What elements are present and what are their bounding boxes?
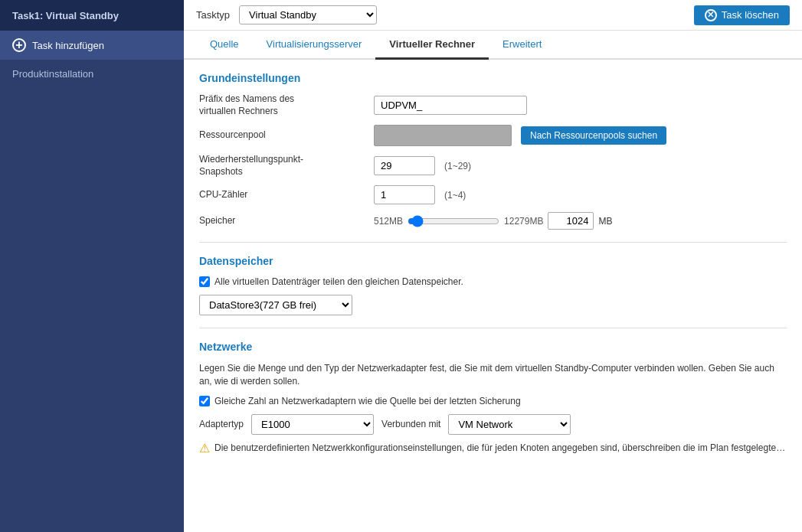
cpu-input[interactable]	[374, 185, 435, 204]
praefix-label: Präfix des Namens des virtuallen Rechner…	[199, 93, 368, 117]
main-content: Tasktyp Virtual Standby ✕ Task löschen Q…	[184, 0, 802, 532]
form-area: Grundeinstellungen Präfix des Namens des…	[184, 60, 802, 532]
tab-erweitert[interactable]: Erweitert	[489, 31, 555, 60]
ressourcenpool-label: Ressourcenpool	[199, 129, 368, 142]
sidebar-add-task[interactable]: + Task hinzufügen	[0, 31, 184, 60]
task-loeschen-label: Task löschen	[722, 9, 779, 21]
praefix-row: Präfix des Namens des virtuallen Rechner…	[199, 93, 787, 117]
speicher-label: Speicher	[199, 215, 368, 227]
search-btn-label: Nach Ressourcenpools suchen	[530, 130, 657, 141]
warning-text: Die benutzerdefinierten Netzwerkkonfigur…	[214, 442, 787, 453]
adapter-row: Adaptertyp E1000 Verbunden mit VM Networ…	[199, 414, 787, 435]
netzwerk-checkbox-row: Gleiche Zahl an Netzwerkadaptern wie die…	[199, 396, 787, 406]
tab-erweitert-label: Erweitert	[502, 38, 542, 50]
wiederherstellung-input[interactable]	[374, 156, 435, 175]
top-bar: Tasktyp Virtual Standby ✕ Task löschen	[184, 0, 802, 31]
network-desc: Legen Sie die Menge und den Typ der Netz…	[199, 362, 787, 388]
slider-container: 512MB 12279MB MB	[374, 212, 612, 230]
adaptertyp-select[interactable]: E1000	[251, 414, 374, 435]
datenspeicher-title: Datenspeicher	[199, 255, 787, 267]
adaptertyp-label: Adaptertyp	[199, 419, 244, 429]
plus-icon: +	[12, 38, 26, 52]
warning-icon: ⚠	[199, 442, 210, 455]
tab-quelle[interactable]: Quelle	[196, 31, 253, 60]
ressourcenpool-display	[374, 125, 512, 146]
cpu-row: CPU-Zähler (1~4)	[199, 185, 787, 204]
wiederherstellung-hint: (1~29)	[444, 161, 471, 171]
netzwerke-section: Netzwerke Legen Sie die Menge und den Ty…	[199, 341, 787, 455]
praefix-input[interactable]	[374, 96, 527, 115]
cpu-hint: (1~4)	[444, 190, 466, 201]
tasktyp-select[interactable]: Virtual Standby	[239, 5, 377, 24]
sidebar-product-install[interactable]: Produktinstallation	[0, 60, 184, 87]
product-install-label: Produktinstallation	[12, 68, 93, 80]
speicher-value-input[interactable]	[548, 212, 594, 230]
tab-quelle-label: Quelle	[210, 38, 239, 50]
speicher-unit: MB	[598, 216, 612, 227]
wiederherstellung-row: Wiederherstellungspunkt- Snapshots (1~29…	[199, 154, 787, 178]
speicher-min-label: 512MB	[374, 216, 403, 227]
netzwerk-checkbox[interactable]	[199, 396, 210, 406]
sidebar-title: Task1: Virtual Standby	[0, 0, 184, 31]
tab-virtueller-rechner-label: Virtueller Rechner	[389, 38, 475, 50]
x-circle-icon: ✕	[705, 9, 717, 21]
netzwerke-title: Netzwerke	[199, 341, 787, 353]
verbunden-mit-select[interactable]: VM Network	[448, 414, 571, 435]
datenspeicher-checkbox-label: Alle virtuellen Datenträger teilen den g…	[214, 276, 463, 287]
tab-virtualisierungsserver[interactable]: Virtualisierungsserver	[253, 31, 376, 60]
tabs: Quelle Virtualisierungsserver Virtueller…	[184, 31, 802, 60]
search-ressourcenpools-button[interactable]: Nach Ressourcenpools suchen	[521, 126, 666, 145]
speicher-max-label: 12279MB	[504, 216, 543, 227]
datenspeicher-checkbox-row: Alle virtuellen Datenträger teilen den g…	[199, 276, 787, 287]
grundeinstellungen-title: Grundeinstellungen	[199, 72, 787, 84]
speicher-slider[interactable]	[408, 215, 499, 227]
task-loeschen-button[interactable]: ✕ Task löschen	[694, 5, 790, 25]
speicher-row: Speicher 512MB 12279MB MB	[199, 212, 787, 230]
divider-2	[199, 328, 787, 328]
warning-row: ⚠ Die benutzerdefinierten Netzwerkkonfig…	[199, 442, 787, 455]
tab-virtualisierungsserver-label: Virtualisierungsserver	[267, 38, 362, 50]
netzwerk-checkbox-label: Gleiche Zahl an Netzwerkadaptern wie die…	[214, 396, 521, 406]
datastore-select[interactable]: DataStore3(727 GB frei)	[199, 295, 352, 315]
wiederherstellung-label: Wiederherstellungspunkt- Snapshots	[199, 154, 368, 178]
grundeinstellungen-section: Grundeinstellungen Präfix des Namens des…	[199, 72, 787, 230]
divider-1	[199, 242, 787, 243]
ressourcenpool-row: Ressourcenpool Nach Ressourcenpools such…	[199, 125, 787, 146]
tab-virtueller-rechner[interactable]: Virtueller Rechner	[375, 31, 489, 60]
datenspeicher-checkbox[interactable]	[199, 276, 210, 287]
sidebar: Task1: Virtual Standby + Task hinzufügen…	[0, 0, 184, 532]
cpu-label: CPU-Zähler	[199, 189, 368, 201]
datenspeicher-section: Datenspeicher Alle virtuellen Datenträge…	[199, 255, 787, 315]
verbunden-mit-label: Verbunden mit	[381, 419, 440, 429]
datastore-row: DataStore3(727 GB frei)	[199, 295, 787, 315]
add-task-label: Task hinzufügen	[32, 40, 104, 51]
tasktyp-label: Tasktyp	[196, 9, 230, 21]
